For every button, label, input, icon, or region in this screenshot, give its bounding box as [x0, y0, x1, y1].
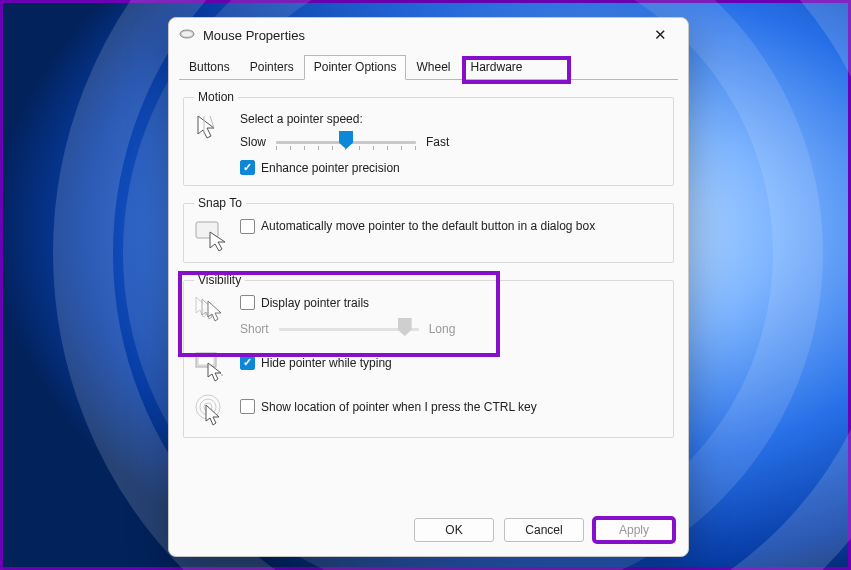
checkbox-icon — [240, 355, 255, 370]
motion-prompt: Select a pointer speed: — [240, 112, 663, 126]
tab-buttons[interactable]: Buttons — [179, 55, 240, 80]
fast-label: Fast — [426, 135, 449, 149]
pointer-speed-slider[interactable] — [276, 132, 416, 152]
dialog-body: Motion Select a pointer speed: Slow — [169, 80, 688, 508]
hide-typing-icon — [194, 349, 228, 383]
checkbox-icon — [240, 399, 255, 414]
dialog-footer: OK Cancel Apply — [169, 508, 688, 556]
window-title: Mouse Properties — [203, 28, 642, 43]
checkbox-icon — [240, 295, 255, 310]
tab-wheel[interactable]: Wheel — [406, 55, 460, 80]
tab-pointer-options[interactable]: Pointer Options — [304, 55, 407, 80]
slow-label: Slow — [240, 135, 266, 149]
legend-visibility: Visibility — [194, 273, 245, 287]
cancel-button[interactable]: Cancel — [504, 518, 584, 542]
ok-button[interactable]: OK — [414, 518, 494, 542]
snap-label: Automatically move pointer to the defaul… — [261, 218, 595, 234]
ctrl-label: Show location of pointer when I press th… — [261, 400, 537, 414]
show-ctrl-checkbox[interactable]: Show location of pointer when I press th… — [240, 399, 537, 414]
svg-rect-4 — [198, 355, 214, 365]
group-motion: Motion Select a pointer speed: Slow — [183, 90, 674, 186]
hide-typing-label: Hide pointer while typing — [261, 356, 392, 370]
checkbox-icon — [240, 219, 255, 234]
titlebar: Mouse Properties ✕ — [169, 18, 688, 52]
svg-point-7 — [221, 374, 223, 376]
short-label: Short — [240, 322, 269, 336]
trails-length-slider — [279, 319, 419, 339]
mouse-icon — [179, 28, 195, 43]
tab-hardware[interactable]: Hardware — [460, 55, 532, 80]
ctrl-icon — [194, 393, 228, 427]
svg-point-1 — [182, 31, 192, 36]
long-label: Long — [429, 322, 456, 336]
enhance-precision-checkbox[interactable]: Enhance pointer precision — [240, 160, 400, 175]
close-button[interactable]: ✕ — [642, 26, 678, 44]
group-visibility: Visibility — [183, 273, 674, 438]
snap-to-checkbox[interactable]: Automatically move pointer to the defaul… — [240, 218, 595, 234]
desktop-background: Mouse Properties ✕ Buttons Pointers Poin… — [0, 0, 851, 570]
legend-motion: Motion — [194, 90, 238, 104]
tab-pointers[interactable]: Pointers — [240, 55, 304, 80]
hide-while-typing-checkbox[interactable]: Hide pointer while typing — [240, 355, 392, 370]
pointer-trails-checkbox[interactable]: Display pointer trails — [240, 295, 369, 310]
tab-strip: Buttons Pointers Pointer Options Wheel H… — [169, 54, 688, 79]
trails-label: Display pointer trails — [261, 296, 369, 310]
mouse-properties-dialog: Mouse Properties ✕ Buttons Pointers Poin… — [168, 17, 689, 557]
apply-button[interactable]: Apply — [594, 518, 674, 542]
legend-snap: Snap To — [194, 196, 246, 210]
checkbox-icon — [240, 160, 255, 175]
snap-icon — [194, 218, 228, 252]
trails-icon — [194, 295, 228, 329]
group-snap-to: Snap To Automatically move pointer to th… — [183, 196, 674, 263]
enhance-label: Enhance pointer precision — [261, 161, 400, 175]
motion-icon — [194, 112, 228, 146]
